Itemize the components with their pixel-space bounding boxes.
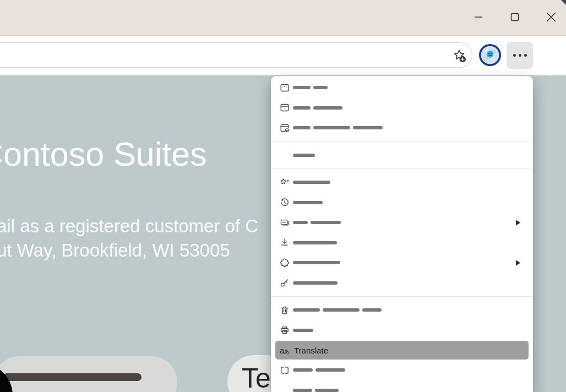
menu-divider bbox=[271, 141, 533, 142]
favorites-icon bbox=[280, 177, 290, 188]
menu-divider bbox=[271, 168, 533, 169]
page-title: Contoso Suites bbox=[0, 135, 207, 173]
redacted-label-bar bbox=[293, 126, 311, 129]
copilot-button[interactable] bbox=[538, 43, 561, 67]
redacted-label-bar bbox=[313, 86, 328, 89]
redacted-label-bar bbox=[293, 308, 320, 312]
page-body-text: ail as a registered customer of C ut Way… bbox=[0, 214, 258, 263]
redacted-label-bar bbox=[311, 221, 341, 224]
redacted-label-bar bbox=[293, 106, 311, 110]
tabs-icon bbox=[280, 217, 290, 228]
print-icon bbox=[280, 325, 290, 335]
delete-browsing-data-icon bbox=[280, 305, 290, 315]
menu-item-downloads[interactable] bbox=[271, 233, 533, 253]
menu-item-tabs[interactable] bbox=[271, 213, 533, 233]
browser-toolbar bbox=[0, 36, 566, 75]
redacted-label-bar bbox=[293, 221, 308, 224]
submenu-chevron-icon bbox=[516, 260, 521, 266]
hero-cta-label: Te bbox=[242, 362, 271, 392]
hero-pill-button-redacted[interactable] bbox=[0, 356, 177, 392]
passwords-icon bbox=[280, 277, 290, 288]
star-plus-icon bbox=[451, 48, 467, 63]
menu-item-delete-browsing-data[interactable] bbox=[271, 300, 533, 320]
redacted-label-bar bbox=[293, 389, 312, 392]
menu-item-new-tab[interactable] bbox=[271, 78, 533, 98]
menu-item-translate[interactable]: aあTranslate bbox=[275, 341, 529, 360]
redacted-label-bar bbox=[353, 126, 383, 129]
icon-placeholder bbox=[280, 150, 290, 160]
redacted-label-bar bbox=[293, 329, 313, 332]
redacted-label-bar bbox=[293, 201, 323, 204]
new-inprivate-window-icon bbox=[280, 123, 290, 133]
redacted-label-bar bbox=[315, 368, 345, 372]
redacted-label-bar bbox=[313, 106, 342, 110]
downloads-icon bbox=[280, 237, 290, 248]
menu-item-favorites[interactable] bbox=[271, 172, 533, 193]
settings-and-more-button[interactable] bbox=[507, 42, 533, 69]
redacted-label-bar bbox=[293, 181, 330, 184]
new-window-icon bbox=[280, 102, 290, 113]
menu-divider bbox=[271, 296, 533, 297]
submenu-chevron-icon bbox=[516, 220, 521, 226]
menu-item-split-screen[interactable] bbox=[271, 360, 533, 380]
redacted-label-bar bbox=[323, 308, 360, 312]
menu-item-passwords[interactable] bbox=[271, 273, 533, 293]
redacted-label-bar bbox=[293, 154, 315, 157]
menu-item-extensions[interactable] bbox=[271, 253, 533, 273]
page-body-line2: ut Way, Brookfield, WI 53005 bbox=[0, 238, 258, 263]
maximize-button[interactable] bbox=[505, 8, 524, 26]
menu-item-print[interactable] bbox=[271, 320, 533, 341]
redacted-label-bar bbox=[313, 126, 350, 129]
new-tab-icon bbox=[280, 83, 290, 93]
menu-item-history[interactable] bbox=[271, 193, 533, 213]
menu-item-partial-bottom-item[interactable] bbox=[271, 380, 533, 392]
profile-avatar-icon bbox=[478, 43, 502, 67]
minimize-icon bbox=[474, 13, 483, 21]
redacted-button-label-bar bbox=[3, 373, 142, 381]
redacted-label-bar bbox=[362, 308, 382, 312]
page-body-line1: ail as a registered customer of C bbox=[0, 214, 258, 238]
cursor-artifact bbox=[561, 0, 566, 5]
split-screen-icon bbox=[280, 365, 290, 375]
menu-item-zoom-row[interactable] bbox=[271, 145, 533, 166]
redacted-label-bar bbox=[315, 389, 339, 392]
address-bar[interactable] bbox=[0, 42, 472, 68]
redacted-label-bar bbox=[293, 281, 338, 285]
redacted-label-bar bbox=[293, 86, 311, 89]
maximize-icon bbox=[510, 13, 519, 21]
icon-placeholder bbox=[280, 385, 290, 392]
menu-item-new-window[interactable] bbox=[271, 98, 533, 118]
history-icon bbox=[280, 197, 290, 208]
redacted-label-bar bbox=[293, 261, 340, 264]
redacted-label-bar bbox=[293, 368, 313, 372]
menu-item-new-inprivate-window[interactable] bbox=[271, 118, 533, 138]
minimize-button[interactable] bbox=[469, 8, 488, 26]
settings-and-more-menu: aあTranslate bbox=[271, 76, 533, 392]
profile-avatar-button[interactable] bbox=[478, 43, 502, 67]
close-icon bbox=[546, 12, 556, 22]
translate-icon: aあ bbox=[280, 345, 290, 356]
extensions-icon bbox=[280, 258, 290, 268]
redacted-label-bar bbox=[293, 241, 337, 244]
title-bar bbox=[0, 0, 566, 36]
close-button[interactable] bbox=[542, 8, 560, 26]
browser-window: Contoso Suites ail as a registered custo… bbox=[0, 0, 566, 392]
ellipsis-icon bbox=[513, 54, 516, 57]
add-to-favorites-button[interactable] bbox=[451, 47, 467, 64]
menu-item-label-translate: Translate bbox=[294, 346, 328, 355]
